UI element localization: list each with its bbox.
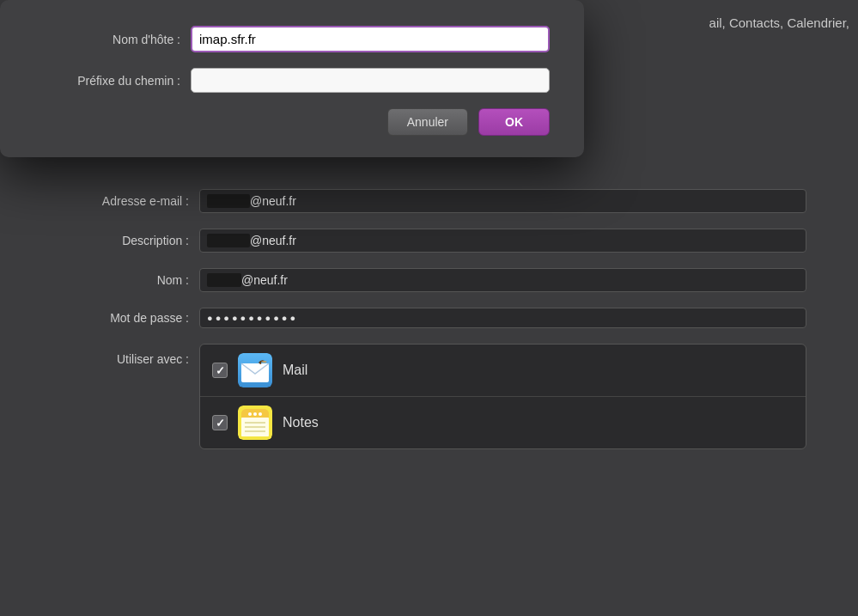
path-prefix-label: Préfixe du chemin : bbox=[34, 74, 180, 88]
top-hint-text: ail, Contacts, Calendrier, bbox=[709, 15, 849, 30]
mail-service-item[interactable]: ✓ bbox=[200, 345, 806, 397]
utiliser-avec-label: Utiliser avec : bbox=[52, 344, 189, 366]
password-dots: ●●●●●●●●●●● bbox=[207, 313, 298, 323]
email-row: Adresse e-mail : @neuf.fr bbox=[52, 189, 806, 213]
email-label: Adresse e-mail : bbox=[52, 194, 189, 208]
notes-icon-svg bbox=[238, 406, 272, 440]
notes-app-icon bbox=[238, 406, 272, 440]
utiliser-avec-row: Utiliser avec : ✓ bbox=[52, 344, 806, 449]
password-value: ●●●●●●●●●●● bbox=[199, 308, 806, 328]
dialog-buttons: Annuler OK bbox=[34, 108, 550, 136]
mail-checkmark: ✓ bbox=[216, 365, 225, 376]
email-redacted bbox=[207, 194, 250, 208]
hostname-dialog: Nom d'hôte : Préfixe du chemin : Annuler… bbox=[0, 0, 584, 157]
password-input-display[interactable]: ●●●●●●●●●●● bbox=[199, 308, 806, 328]
password-label: Mot de passe : bbox=[52, 311, 189, 325]
description-redacted bbox=[207, 234, 250, 247]
mail-checkbox[interactable]: ✓ bbox=[212, 363, 228, 378]
hostname-input[interactable] bbox=[191, 26, 550, 52]
path-prefix-row: Préfixe du chemin : bbox=[34, 68, 550, 93]
settings-panel: Adresse e-mail : @neuf.fr Description : … bbox=[0, 172, 858, 616]
hostname-row: Nom d'hôte : bbox=[34, 26, 550, 52]
nom-label: Nom : bbox=[52, 273, 189, 287]
description-input-display[interactable]: @neuf.fr bbox=[199, 229, 806, 253]
email-input-display[interactable]: @neuf.fr bbox=[199, 189, 806, 213]
notes-service-item[interactable]: ✓ bbox=[200, 397, 806, 448]
services-box: ✓ bbox=[199, 344, 806, 449]
hostname-label: Nom d'hôte : bbox=[34, 33, 180, 46]
email-value: @neuf.fr bbox=[199, 189, 806, 213]
cancel-button[interactable]: Annuler bbox=[387, 108, 468, 136]
notes-checkbox[interactable]: ✓ bbox=[212, 415, 228, 430]
path-prefix-input[interactable] bbox=[191, 68, 550, 93]
nom-value: @neuf.fr bbox=[199, 268, 806, 292]
nom-row: Nom : @neuf.fr bbox=[52, 268, 806, 292]
services-container: ✓ bbox=[199, 344, 806, 449]
description-label: Description : bbox=[52, 234, 189, 247]
password-row: Mot de passe : ●●●●●●●●●●● bbox=[52, 308, 806, 328]
nom-redacted bbox=[207, 273, 241, 287]
svg-point-9 bbox=[248, 412, 252, 416]
mail-app-icon bbox=[238, 353, 272, 387]
notes-service-label: Notes bbox=[283, 415, 319, 430]
description-value: @neuf.fr bbox=[199, 229, 806, 253]
ok-button[interactable]: OK bbox=[478, 108, 550, 136]
mail-service-label: Mail bbox=[283, 363, 307, 378]
description-row: Description : @neuf.fr bbox=[52, 229, 806, 253]
notes-checkmark: ✓ bbox=[216, 418, 225, 429]
svg-point-11 bbox=[259, 412, 262, 416]
nom-input-display[interactable]: @neuf.fr bbox=[199, 268, 806, 292]
mail-icon-svg bbox=[238, 353, 272, 387]
svg-point-10 bbox=[253, 412, 257, 416]
